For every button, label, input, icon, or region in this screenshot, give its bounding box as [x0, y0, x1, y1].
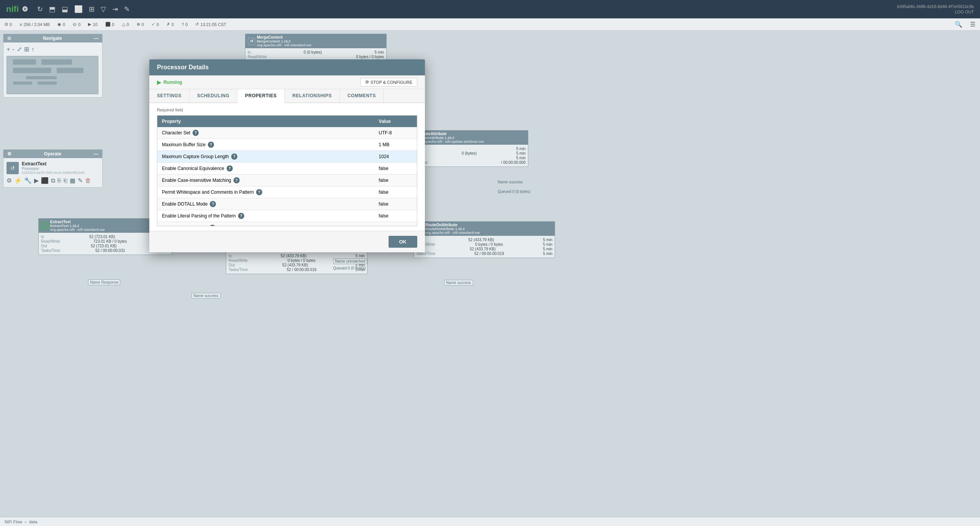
color-button[interactable]: ✎: [78, 177, 83, 184]
zoom-out-button[interactable]: -: [12, 46, 14, 53]
breadcrumb-root[interactable]: NiFi Flow: [5, 519, 22, 524]
operate-panel-header: ⚙ Operate —: [3, 150, 102, 158]
help-icon[interactable]: ?: [238, 213, 244, 219]
tab-comments[interactable]: COMMENTS: [340, 89, 384, 103]
property-value[interactable]: false: [374, 175, 417, 186]
help-icon[interactable]: ?: [209, 225, 216, 226]
property-value[interactable]: false: [374, 222, 417, 227]
property-name: Enable Case-insensitive Matching: [162, 178, 231, 183]
funnel-icon[interactable]: ▽: [101, 5, 106, 13]
configure-button[interactable]: ⚙: [7, 177, 12, 184]
processor-add-icon[interactable]: ⬜: [74, 5, 83, 13]
property-value[interactable]: false: [374, 186, 417, 198]
help-icon[interactable]: ?: [208, 142, 214, 148]
template-button[interactable]: ⧉: [51, 177, 55, 184]
table-row: Enable Literal Parsing of the Pattern?fa…: [157, 210, 417, 222]
start-button[interactable]: ▶: [34, 177, 39, 184]
tab-properties[interactable]: PROPERTIES: [237, 89, 284, 103]
breadcrumb-separator: »: [24, 519, 27, 524]
help-icon[interactable]: ?: [234, 177, 240, 183]
processor-details-modal: Processor Details ▶ Running ⚙ STOP & CON…: [149, 59, 425, 252]
table-row: Permit Whitespace and Comments in Patter…: [157, 186, 417, 198]
property-name: Enable Literal Parsing of the Pattern: [162, 213, 236, 219]
property-value[interactable]: UTF-8: [374, 127, 417, 139]
input-port-icon[interactable]: ⬒: [49, 5, 56, 13]
disabled-icon: ⊗: [137, 22, 140, 27]
property-value[interactable]: false: [374, 163, 417, 175]
paste-button[interactable]: ⎗: [64, 177, 67, 184]
running-indicator: ▶ Running: [157, 79, 182, 85]
sent-icon: ▶: [88, 22, 91, 27]
zoom-in-button[interactable]: +: [7, 46, 10, 53]
top-bar-icons: ↻ ⬒ ⬓ ⬜ ⊞ ▽ ⇥ ✎: [37, 5, 897, 13]
modal-body: Required field Property Value Character …: [149, 103, 425, 231]
template-icon[interactable]: ⇥: [112, 5, 118, 13]
stop-button[interactable]: ⬛: [41, 177, 49, 184]
operate-panel-body: ↺ ExtractText Processor 0181003-ea76-15d…: [3, 158, 102, 187]
received-icon: ◎: [73, 22, 77, 27]
properties-button[interactable]: 🔧: [24, 177, 32, 184]
enable-button[interactable]: ⚡: [14, 177, 22, 184]
help-icon[interactable]: ?: [193, 130, 199, 136]
processor-box-icon: ↺: [7, 162, 19, 174]
modal-title: Processor Details: [149, 59, 425, 75]
refresh-icon[interactable]: ↻: [37, 5, 43, 13]
table-row: Enable Case-insensitive Matching?false: [157, 175, 417, 186]
tab-settings[interactable]: SETTINGS: [149, 89, 189, 103]
properties-table-container[interactable]: Property Value Character Set?UTF-8Maximu…: [157, 115, 417, 226]
name-unmatched-label: Name unmatched: [333, 258, 367, 264]
stop-configure-button[interactable]: ⚙ STOP & CONFIGURE: [360, 78, 417, 87]
modal-tabs: SETTINGS SCHEDULING PROPERTIES RELATIONS…: [149, 89, 425, 103]
operate-minimize-icon[interactable]: —: [94, 151, 98, 157]
tab-scheduling[interactable]: SCHEDULING: [189, 89, 237, 103]
fit-button[interactable]: ⤢: [17, 46, 22, 53]
ok-button[interactable]: OK: [389, 236, 418, 248]
group-button[interactable]: ▦: [70, 177, 75, 184]
property-name: Maximum Capture Group Length: [162, 154, 229, 159]
remote-group-icon[interactable]: ⊞: [89, 5, 95, 13]
status-received: ◎ 0: [73, 22, 80, 27]
help-icon[interactable]: ?: [231, 154, 237, 160]
status-time: ↺ 13:21:05 CST: [195, 22, 226, 27]
table-row: Character Set?UTF-8: [157, 127, 417, 139]
session-info: b395af4b-3488-4d18-8d48-4f7ef3610c9b LOG…: [897, 4, 974, 14]
label-add-icon[interactable]: ✎: [124, 5, 130, 13]
merge-content-header: ↺ MergeContent MergeContent 1.16.2 org.a…: [245, 34, 386, 48]
table-row: Maximum Capture Group Length?1024: [157, 151, 417, 163]
navigate-extra-button[interactable]: ↑: [31, 46, 34, 53]
operate-processor-info: ↺ ExtractText Processor 0181003-ea76-15d…: [7, 161, 99, 175]
table-row: Enable Multiline Mode?false: [157, 222, 417, 227]
search-icon[interactable]: 🔍: [955, 21, 962, 28]
grid-button[interactable]: ⊞: [24, 46, 29, 53]
name-success-label-2: Name success: [191, 293, 220, 299]
property-value[interactable]: false: [374, 198, 417, 210]
property-value[interactable]: 1024: [374, 151, 417, 163]
property-value[interactable]: false: [374, 210, 417, 222]
status-invalid: △ 0: [122, 22, 129, 27]
app-logo: nifi ⚙: [6, 4, 28, 14]
property-value[interactable]: 1 MB: [374, 139, 417, 151]
modal-status-bar: ▶ Running ⚙ STOP & CONFIGURE: [149, 75, 425, 89]
tab-relationships[interactable]: RELATIONSHIPS: [285, 89, 340, 103]
copy-button[interactable]: ⎘: [57, 177, 61, 184]
delete-button[interactable]: 🗑: [85, 177, 91, 184]
stale-icon: ?: [181, 22, 184, 27]
route-on-attribute-2-body: In 52 (433.79 KB) 5 min Read/Write 0 byt…: [414, 236, 555, 258]
hamburger-icon[interactable]: ☰: [970, 21, 975, 28]
help-icon[interactable]: ?: [227, 165, 233, 172]
operate-panel: ⚙ Operate — ↺ ExtractText Processor 0181…: [3, 149, 103, 188]
output-port-icon[interactable]: ⬓: [62, 5, 68, 13]
status-stopped: ⬛ 0: [105, 22, 114, 27]
property-name: Enable Canonical Equivalence: [162, 166, 224, 171]
processor-details: ExtractText Processor 0181003-ea76-15d2-…: [22, 161, 85, 175]
status-queued: ≡ 256 / 2.04 MB: [20, 22, 50, 27]
property-name: Maximum Buffer Size: [162, 142, 206, 147]
merge-content-node: ↺ MergeContent MergeContent 1.16.2 org.a…: [245, 34, 387, 61]
table-row: Enable DOTALL Mode?false: [157, 198, 417, 210]
help-icon[interactable]: ?: [256, 189, 262, 195]
logout-button[interactable]: LOG OUT: [897, 10, 974, 14]
help-icon[interactable]: ?: [210, 201, 216, 207]
navigate-minimize-icon[interactable]: —: [94, 36, 98, 41]
property-name: Permit Whitespace and Comments in Patter…: [162, 189, 254, 195]
status-bar: ⊟ 0 ≡ 256 / 2.04 MB ◉ 0 ◎ 0 ▶ 10 ⬛ 0 △ 0…: [0, 18, 980, 31]
